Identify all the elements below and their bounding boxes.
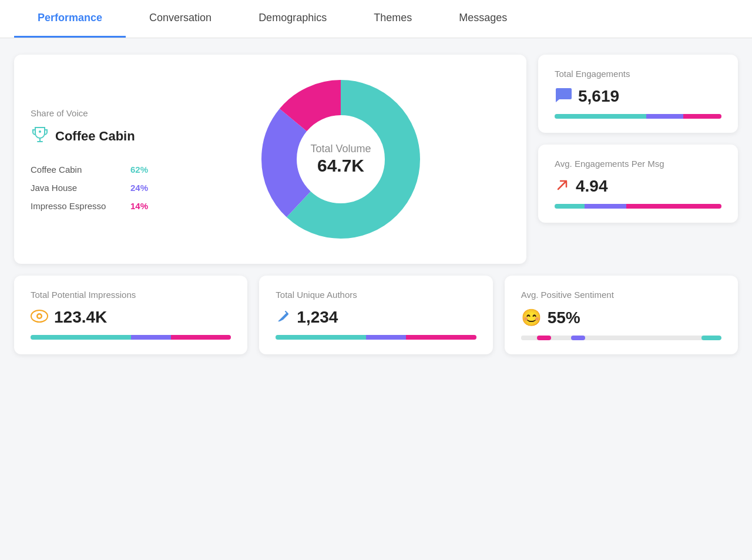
sov-item-name-0: Coffee Cabin: [31, 165, 82, 175]
sov-item-0: Coffee Cabin 62%: [31, 165, 148, 175]
svg-rect-1: [37, 141, 43, 142]
impressions-card: Total Potential Impressions 123.4K: [14, 276, 247, 354]
sov-items: Coffee Cabin 62% Java House 24% Impresso…: [31, 165, 148, 211]
tab-messages[interactable]: Messages: [435, 0, 531, 38]
prog-purple-1: [585, 204, 626, 209]
sentiment-value-row: 😊 55%: [521, 308, 721, 327]
svg-point-2: [39, 130, 41, 133]
total-engagements-value-row: 5,619: [555, 87, 721, 106]
sov-item-2: Impresso Espresso 14%: [31, 201, 148, 211]
prog-purple-3: [366, 335, 406, 340]
sentiment-gap-mid2: [585, 336, 701, 340]
pen-icon: [276, 308, 291, 326]
prog-pink-0: [683, 114, 721, 119]
sentiment-pink-bar: [537, 336, 551, 340]
prog-purple-0: [646, 114, 683, 119]
nav-tabs: Performance Conversation Demographics Th…: [0, 0, 752, 38]
donut-chart-svg: Total Volume 64.7K: [253, 71, 429, 247]
smile-icon: 😊: [521, 308, 542, 327]
total-engagements-label: Total Engagements: [555, 69, 721, 79]
eye-icon: [31, 310, 48, 325]
sov-item-name-2: Impresso Espresso: [31, 201, 106, 211]
prog-pink-2: [171, 335, 231, 340]
sov-item-pct-0: 62%: [130, 165, 148, 175]
prog-teal-3: [276, 335, 366, 340]
sentiment-teal-bar: [701, 336, 721, 340]
impressions-label: Total Potential Impressions: [31, 290, 231, 300]
sov-item-name-1: Java House: [31, 183, 77, 193]
donut-chart-container: Total Volume 64.7K: [172, 71, 510, 247]
sentiment-progress: [521, 336, 721, 340]
right-column: Total Engagements 5,619 Avg.: [538, 55, 738, 264]
authors-progress: [276, 335, 476, 340]
sov-brand-name: Coffee Cabin: [55, 129, 135, 144]
total-engagements-card: Total Engagements 5,619: [538, 55, 738, 133]
sov-brand: Coffee Cabin: [31, 125, 148, 148]
sentiment-label: Avg. Positive Sentiment: [521, 290, 721, 300]
avg-engagements-value-row: 4.94: [555, 177, 721, 196]
prog-pink-3: [406, 335, 476, 340]
prog-teal-2: [31, 335, 131, 340]
authors-card: Total Unique Authors 1,234: [259, 276, 492, 354]
sov-label: Share of Voice: [31, 108, 148, 118]
sentiment-card: Avg. Positive Sentiment 😊 55%: [505, 276, 738, 354]
sov-left: Share of Voice Coffee Cabin: [31, 108, 148, 211]
authors-value: 1,234: [297, 308, 338, 327]
sentiment-gap-mid1: [551, 336, 571, 340]
tab-performance[interactable]: Performance: [14, 0, 126, 38]
avg-engagements-value: 4.94: [576, 177, 608, 196]
sov-item-pct-2: 14%: [130, 201, 148, 211]
impressions-value-row: 123.4K: [31, 308, 231, 327]
prog-teal-0: [555, 114, 646, 119]
chat-icon: [555, 87, 572, 106]
authors-value-row: 1,234: [276, 308, 476, 327]
sentiment-gap-left: [521, 336, 537, 340]
tab-conversation[interactable]: Conversation: [126, 0, 235, 38]
trophy-icon: [31, 125, 49, 148]
tab-themes[interactable]: Themes: [350, 0, 435, 38]
sov-item-pct-1: 24%: [130, 183, 148, 193]
prog-purple-2: [131, 335, 171, 340]
svg-text:64.7K: 64.7K: [317, 156, 364, 175]
avg-engagements-progress: [555, 204, 721, 209]
prog-teal-1: [555, 204, 585, 209]
prog-pink-1: [626, 204, 721, 209]
top-row: Share of Voice Coffee Cabin: [14, 55, 738, 264]
main-content: Share of Voice Coffee Cabin: [0, 38, 752, 371]
bottom-row: Total Potential Impressions 123.4K T: [14, 276, 738, 354]
sov-item-1: Java House 24%: [31, 183, 148, 193]
sentiment-value: 55%: [548, 308, 580, 327]
avg-engagements-label: Avg. Engagements Per Msg: [555, 159, 721, 169]
share-of-voice-card: Share of Voice Coffee Cabin: [14, 55, 526, 264]
svg-point-11: [38, 315, 41, 318]
avg-engagements-card: Avg. Engagements Per Msg 4.94: [538, 145, 738, 223]
total-engagements-value: 5,619: [578, 87, 619, 106]
svg-text:Total Volume: Total Volume: [310, 143, 371, 155]
sentiment-purple-bar: [571, 336, 585, 340]
impressions-progress: [31, 335, 231, 340]
total-engagements-progress: [555, 114, 721, 119]
impressions-value: 123.4K: [54, 308, 107, 327]
authors-label: Total Unique Authors: [276, 290, 476, 300]
tab-demographics[interactable]: Demographics: [235, 0, 350, 38]
arrow-up-icon: [555, 177, 570, 195]
